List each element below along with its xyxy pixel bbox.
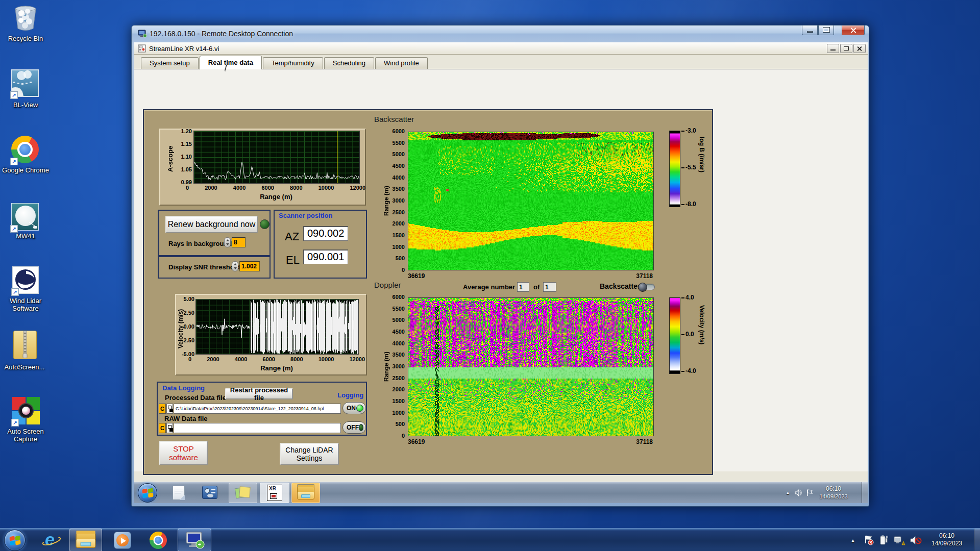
velocity-y-ticks: 5.002.500.00-2.50-5.00 [176, 296, 194, 357]
volume-muted-icon[interactable] [910, 535, 922, 546]
mw41-label[interactable]: MW41 [1, 232, 50, 240]
mw41-icon[interactable]: ↗ [11, 203, 40, 232]
chrome-label[interactable]: Google Chrome [1, 166, 50, 174]
app-titlebar[interactable]: StreamLine XR v14-6.vi [134, 42, 868, 55]
remote-control-panel-icon[interactable] [202, 486, 217, 499]
remote-clock[interactable]: 06:10 14/09/2023 [814, 485, 853, 500]
remote-sticky-notes-button[interactable] [229, 483, 257, 503]
velocity-x-tick: 12000 [349, 356, 365, 362]
tray-expand-icon[interactable]: ▲ [850, 538, 855, 543]
processed-drive-box[interactable]: C [159, 404, 166, 414]
velocity-y-tick: -2.50 [182, 337, 194, 343]
stop-software-button[interactable]: STOP software [159, 441, 208, 465]
restart-processed-file-button[interactable]: Restart processed file [225, 388, 293, 399]
remote-explorer-button[interactable] [291, 483, 320, 503]
az-value-field[interactable]: 090.002 [303, 226, 348, 241]
doppler-x-end: 37118 [624, 438, 653, 445]
rays-value-field[interactable]: 8 [232, 237, 246, 247]
remote-taskbar: XR ▲ 06:10 14/09/2023 [134, 482, 868, 503]
backscatter-y-tick: 6000 [393, 128, 405, 134]
taskbar-clock[interactable]: 06:10 14/09/2023 [925, 532, 969, 547]
backscatter-y-tick: 1000 [393, 244, 405, 250]
remote-start-button[interactable] [138, 483, 157, 503]
auto-screen-capture-label[interactable]: Auto Screen Capture [1, 428, 50, 443]
remote-notepad-icon[interactable] [173, 486, 185, 500]
start-button[interactable] [4, 530, 26, 551]
backscatter-toggle[interactable] [639, 284, 655, 290]
action-center-flag-icon[interactable] [864, 535, 874, 546]
raw-logging-off-button[interactable]: OFF [342, 421, 366, 434]
taskbar-media-player-button[interactable] [108, 529, 137, 551]
velocity-x-tick: 0 [188, 356, 191, 362]
processed-logging-on-button[interactable]: ON [342, 402, 366, 414]
desktop: { "colors": { "panel_tan": "#ab9b74", "l… [0, 0, 980, 551]
rdp-minimize-button[interactable] [802, 26, 818, 35]
remote-action-center-flag-icon[interactable] [806, 489, 814, 497]
raw-drive-box[interactable]: C [159, 423, 166, 433]
processed-path-field[interactable]: C:\Lidar\Data\Proc\2023\202309\20230914\… [174, 404, 341, 414]
wind-lidar-label[interactable]: Wind Lidar Software [1, 297, 50, 312]
rdp-titlebar[interactable]: 192.168.0.150 - Remote Desktop Connectio… [132, 26, 869, 42]
taskbar-rdp-button[interactable] [178, 529, 211, 551]
ascope-y-tick: 1.20 [181, 128, 192, 134]
stop-line2: software [169, 453, 198, 462]
doppler-colorbar-ticks: 4.00.0-4.0 [681, 294, 696, 374]
app-restore-button[interactable] [840, 44, 852, 53]
recycle-bin-icon[interactable] [11, 4, 40, 33]
change-lidar-settings-button[interactable]: Change LiDAR Settings [280, 443, 339, 465]
renew-background-button[interactable]: Renew background now [165, 216, 258, 233]
taskbar-ie-button[interactable]: e [37, 529, 65, 551]
rdp-maximize-button[interactable] [818, 26, 834, 35]
remote-tray-expand-icon[interactable]: ▲ [786, 490, 790, 495]
autoscreen-zip-icon[interactable] [13, 331, 42, 359]
autoscreen-label[interactable]: AutoScreen... [0, 363, 49, 371]
el-value-field[interactable]: 090.001 [303, 249, 348, 264]
tab-system-setup[interactable]: System setup [141, 57, 199, 69]
chrome-icon[interactable]: ↗ [11, 136, 40, 164]
taskbar-chrome-button[interactable] [144, 529, 173, 551]
remote-volume-icon[interactable] [794, 489, 802, 497]
average-number-field[interactable]: 1 [517, 282, 529, 292]
tab-temp-humidity[interactable]: Temp/humidity [263, 57, 323, 69]
rdp-close-button[interactable] [842, 26, 865, 35]
doppler-y-tick: 2500 [393, 375, 405, 381]
tab-real-time-data[interactable]: Real time data [200, 56, 262, 69]
power-battery-icon[interactable] [879, 535, 889, 546]
tab-scheduling[interactable]: Scheduling [324, 57, 374, 69]
network-warning-icon[interactable] [893, 535, 905, 546]
auto-screen-capture-icon[interactable]: ↗ [12, 397, 41, 425]
bl-view-icon[interactable]: ↗ [11, 69, 40, 98]
average-total-field[interactable]: 1 [543, 282, 556, 292]
app-minimize-button[interactable] [827, 44, 839, 53]
velocity-plot [195, 299, 359, 355]
rays-spinner[interactable] [224, 237, 231, 247]
snr-spinner[interactable] [232, 261, 238, 271]
toggle-knob-icon [638, 283, 647, 292]
show-desktop-button[interactable] [974, 529, 980, 551]
backscatter-heatmap [408, 132, 654, 270]
velocity-x-tick: 8000 [290, 356, 303, 362]
ascope-x-ticks: 020004000600080001000012000 [186, 185, 365, 191]
snr-value-field[interactable]: 1.002 [239, 261, 260, 271]
remote-streamline-xr-button[interactable]: XR [260, 483, 289, 503]
backscatter-y-tick: 1500 [393, 232, 405, 238]
ascope-x-tick: 0 [186, 185, 189, 191]
ascope-x-tick: 2000 [205, 185, 217, 191]
off-label: OFF [347, 424, 359, 431]
ascope-x-tick: 4000 [233, 185, 246, 191]
raw-browse-icon[interactable] [166, 423, 173, 433]
recycle-bin-label[interactable]: Recycle Bin [1, 35, 50, 42]
app-close-button[interactable] [853, 44, 866, 53]
change-line1: Change LiDAR [285, 446, 333, 454]
ascope-x-tick: 12000 [350, 185, 365, 191]
taskbar-explorer-button[interactable] [69, 529, 102, 551]
doppler-y-tick: 1500 [393, 398, 405, 404]
tab-wind-profile[interactable]: Wind profile [375, 57, 428, 69]
bl-view-label[interactable]: BL-View [1, 101, 50, 109]
raw-path-field[interactable] [174, 423, 341, 433]
wind-lidar-icon[interactable]: ↗ [12, 266, 41, 295]
processed-browse-icon[interactable] [166, 404, 173, 414]
remote-show-desktop-button[interactable] [862, 482, 868, 503]
shortcut-arrow-icon: ↗ [10, 158, 18, 165]
backscatter-y-tick: 0 [402, 267, 405, 273]
